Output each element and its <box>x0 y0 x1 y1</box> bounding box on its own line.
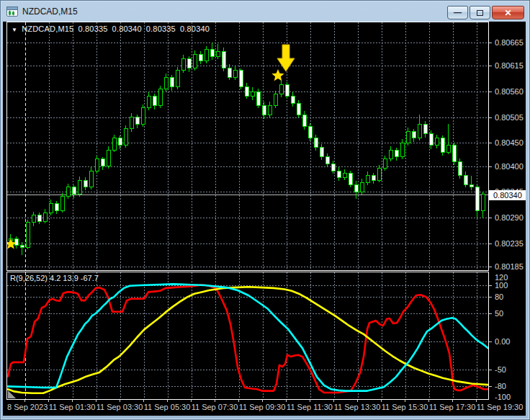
candle-body <box>26 222 30 247</box>
title-bar[interactable]: NZDCAD,M15 — ✕ <box>0 0 530 22</box>
time-axis-label: 11 Sep 07:30 <box>192 403 238 411</box>
chart-client-area: ▼NZDCAD,M150.803350.803400.803350.80340 … <box>3 22 526 416</box>
candle-body <box>366 176 369 183</box>
candle-body <box>95 159 99 171</box>
time-tick <box>96 400 96 402</box>
candle-body <box>158 89 162 106</box>
candle-body <box>89 171 93 187</box>
candle-body <box>435 138 439 146</box>
time-tick <box>381 400 382 402</box>
candle-body <box>43 213 47 221</box>
candle-body <box>256 91 260 105</box>
candle-body <box>372 176 375 180</box>
candle-body <box>101 159 104 166</box>
candle-body <box>337 171 341 178</box>
candle-body <box>233 71 237 78</box>
star-marker <box>271 69 284 81</box>
candle-body <box>452 146 456 162</box>
price-axis[interactable]: 0.806650.806150.805600.805050.804500.804… <box>489 22 526 415</box>
axis-tick <box>489 297 492 298</box>
axis-tick <box>489 117 492 118</box>
time-tick <box>333 400 334 402</box>
mt4-chart-window: NZDCAD,M15 — ✕ ▼NZDCAD,M150.803350.80340… <box>0 0 530 420</box>
candle-body <box>135 117 139 125</box>
candle-body <box>302 115 306 126</box>
oscillator-line-cyan <box>8 284 488 390</box>
candle-body <box>239 71 243 87</box>
time-axis[interactable]: 8 Sep 202311 Sep 01:3011 Sep 03:3011 Sep… <box>6 400 526 414</box>
candle-body <box>412 131 416 138</box>
oscillator-label: R(9,26,52) 4.2 13.9 -67.7 <box>10 274 99 282</box>
candle-body <box>395 150 398 157</box>
candle-body <box>37 215 41 221</box>
time-axis-label: 11 Sep 19:30 <box>477 403 524 411</box>
axis-tick <box>489 267 492 267</box>
time-tick <box>310 400 310 402</box>
price-pane-canvas[interactable] <box>7 22 488 270</box>
time-tick <box>357 400 358 402</box>
price-axis-label: 0.80665 <box>495 38 524 47</box>
candle-body <box>55 204 58 211</box>
app-icon <box>6 6 18 17</box>
candle-body <box>170 78 174 87</box>
time-axis-label: 11 Sep 15:30 <box>382 403 428 411</box>
candle-body <box>216 52 220 56</box>
candle-body <box>285 84 289 96</box>
candle-body <box>193 54 197 68</box>
candle-body <box>446 146 450 153</box>
time-axis-label: 11 Sep 03:30 <box>96 403 143 411</box>
price-axis-label: 0.80450 <box>495 138 524 147</box>
candle-body <box>354 185 358 192</box>
header-high: 0.80340 <box>112 24 142 33</box>
candle-body <box>66 187 70 197</box>
time-axis-label: 11 Sep 09:30 <box>239 403 286 411</box>
candle-body <box>383 159 387 169</box>
candle-body <box>423 124 427 133</box>
candle-body <box>107 150 110 166</box>
minimize-button[interactable]: — <box>447 6 468 19</box>
axis-tick <box>489 386 492 387</box>
oscillator-pane[interactable]: R(9,26,52) 4.2 13.9 -67.7 <box>6 272 489 400</box>
candle-body <box>78 180 81 194</box>
oscillator-pane-canvas[interactable] <box>7 272 488 399</box>
time-axis-label: 11 Sep 13:30 <box>334 403 381 411</box>
candle-body <box>199 54 202 61</box>
axis-tick <box>489 341 492 342</box>
candle-body <box>60 197 64 210</box>
candle-body <box>118 138 122 146</box>
oscillator-axis-label: 50 <box>495 309 503 318</box>
candle-body <box>245 87 248 97</box>
header-open: 0.80335 <box>78 24 107 33</box>
time-axis-label: 11 Sep 05:30 <box>144 403 191 411</box>
time-tick <box>72 400 73 402</box>
time-axis-label: 11 Sep 17:30 <box>429 403 476 411</box>
time-tick <box>286 400 287 402</box>
candle-body <box>441 138 444 152</box>
time-tick <box>452 400 453 402</box>
candle-body <box>176 71 179 87</box>
time-tick <box>48 400 49 402</box>
candle-body <box>481 195 485 211</box>
time-axis-label: 11 Sep 11:30 <box>287 403 333 411</box>
candle-body <box>331 164 335 171</box>
candle-body <box>14 238 18 246</box>
axis-tick <box>489 285 492 286</box>
time-tick <box>24 400 25 402</box>
price-axis-label: 0.80400 <box>495 162 524 171</box>
oscillator-axis-label: 100 <box>495 281 508 290</box>
restore-button[interactable] <box>470 6 490 19</box>
oscillator-line-red <box>8 285 488 393</box>
restore-icon <box>477 10 483 16</box>
candle-body <box>418 124 421 138</box>
current-price-badge: 0.80340 <box>488 190 526 200</box>
axis-tick <box>489 166 492 167</box>
time-tick <box>428 400 429 402</box>
price-pane[interactable]: ▼NZDCAD,M150.803350.803400.803350.80340 <box>6 22 489 271</box>
candle-body <box>20 246 24 248</box>
axis-tick <box>489 243 492 244</box>
time-axis-label: 8 Sep 2023 <box>7 403 48 411</box>
header-low: 0.80335 <box>146 24 176 33</box>
candle-body <box>400 143 404 156</box>
close-button[interactable]: ✕ <box>492 6 524 19</box>
candle-body <box>187 59 191 68</box>
